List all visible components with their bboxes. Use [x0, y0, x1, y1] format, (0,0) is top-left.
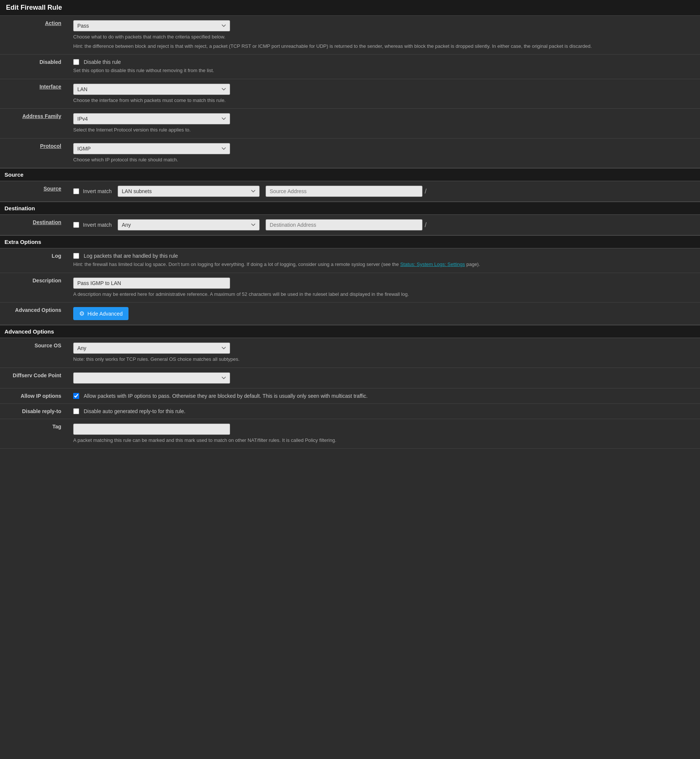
gear-icon: ⚙ [79, 310, 84, 317]
hide-advanced-label: Hide Advanced [88, 311, 122, 317]
destination-invert-text: Invert match [83, 222, 112, 228]
advanced-options-btn-cell: ⚙ Hide Advanced [67, 303, 700, 325]
log-checkbox[interactable] [73, 253, 79, 259]
address-family-row: Address Family IPv4 IPv6 IPv4+IPv6 Selec… [0, 109, 700, 139]
protocol-hint: Choose which IP protocol this rule shoul… [73, 156, 694, 164]
source-port-slash: / [424, 187, 427, 195]
destination-invert-label: Invert match [73, 222, 112, 228]
diffserv-label: Diffserv Code Point [13, 372, 61, 378]
source-invert-label: Invert match [73, 188, 112, 194]
destination-invert-checkbox[interactable] [73, 222, 79, 228]
description-input[interactable] [73, 278, 230, 289]
page-title: Edit Firewall Rule [0, 0, 700, 16]
protocol-value-cell: IGMP TCP UDP TCP/UDP ICMP any Choose whi… [67, 138, 700, 168]
tag-row: Tag A packet matching this rule can be m… [0, 419, 700, 448]
source-os-label: Source OS [34, 342, 61, 348]
log-hint1: Hint: the firewall has limited local log… [73, 261, 399, 267]
destination-dropdown[interactable]: Any LAN subnets WAN subnets Single host … [118, 219, 259, 230]
action-value-cell: Pass Block Reject Choose what to do with… [67, 16, 700, 55]
tag-value-cell: A packet matching this rule can be marke… [67, 419, 700, 448]
destination-address-container: / [266, 219, 427, 230]
form-table: Action Pass Block Reject Choose what to … [0, 16, 700, 168]
action-label[interactable]: Action [45, 20, 61, 26]
source-label[interactable]: Source [44, 186, 61, 192]
tag-hint: A packet matching this rule can be marke… [73, 437, 694, 444]
diffserv-value-cell [67, 367, 700, 388]
source-dropdown[interactable]: LAN subnets WAN subnets any Single host … [118, 186, 259, 197]
diffserv-row: Diffserv Code Point [0, 367, 700, 388]
destination-section-header: Destination [0, 202, 700, 215]
log-hint2: page). [466, 261, 480, 267]
protocol-select[interactable]: IGMP TCP UDP TCP/UDP ICMP any [73, 143, 230, 154]
disabled-checkbox-label: Disable this rule [84, 59, 121, 65]
source-address-input[interactable] [266, 186, 422, 197]
disable-reply-to-checkbox[interactable] [73, 408, 79, 414]
advanced-options-btn-row: Advanced Options ⚙ Hide Advanced [0, 303, 700, 325]
allow-ip-options-value-cell: Allow packets with IP options to pass. O… [67, 388, 700, 403]
disable-reply-to-label: Disable reply-to [22, 408, 61, 414]
source-address-container: / [266, 186, 427, 197]
advanced-options-section-header: Advanced Options [0, 325, 700, 338]
source-section-header: Source [0, 168, 700, 181]
disable-reply-to-row: Disable reply-to Disable auto generated … [0, 403, 700, 419]
disable-reply-to-value-cell: Disable auto generated reply-to for this… [67, 403, 700, 419]
allow-ip-options-row: Allow IP options Allow packets with IP o… [0, 388, 700, 403]
description-hint: A description may be entered here for ad… [73, 290, 694, 298]
source-invert-checkbox[interactable] [73, 188, 79, 194]
interface-hint: Choose the interface from which packets … [73, 97, 694, 104]
source-os-row: Source OS Any Windows Linux macOS FreeBS… [0, 338, 700, 367]
log-row: Log Log packets that are handled by this… [0, 248, 700, 273]
tag-input[interactable] [73, 423, 230, 435]
log-hint-link[interactable]: Status: System Logs: Settings [400, 261, 465, 267]
description-label: Description [33, 278, 61, 284]
address-family-value-cell: IPv4 IPv6 IPv4+IPv6 Select the Internet … [67, 109, 700, 139]
source-row: Source Invert match LAN subnets WAN subn… [0, 181, 700, 202]
allow-ip-options-checkbox-label: Allow packets with IP options to pass. O… [84, 393, 367, 399]
address-family-hint: Select the Internet Protocol version thi… [73, 126, 694, 134]
advanced-options-btn-label: Advanced Options [15, 307, 61, 313]
destination-table: Destination Invert match Any LAN subnets… [0, 215, 700, 235]
interface-select[interactable]: LAN WAN Loopback [73, 84, 230, 95]
destination-address-input[interactable] [266, 219, 422, 230]
destination-port-slash: / [424, 221, 427, 229]
extra-options-section-header: Extra Options [0, 235, 700, 248]
source-value-cell: Invert match LAN subnets WAN subnets any… [67, 181, 700, 202]
protocol-label[interactable]: Protocol [40, 143, 61, 149]
destination-value-cell: Invert match Any LAN subnets WAN subnets… [67, 215, 700, 235]
disabled-checkbox[interactable] [73, 59, 79, 65]
disable-reply-to-checkbox-label: Disable auto generated reply-to for this… [84, 408, 185, 414]
source-os-value-cell: Any Windows Linux macOS FreeBSD Note: th… [67, 338, 700, 367]
log-checkbox-label: Log packets that are handled by this rul… [84, 253, 178, 259]
extra-options-table: Log Log packets that are handled by this… [0, 248, 700, 325]
action-hint2: Hint: the difference between block and r… [73, 42, 694, 50]
source-invert-text: Invert match [83, 188, 112, 194]
address-family-select[interactable]: IPv4 IPv6 IPv4+IPv6 [73, 113, 230, 124]
description-value-cell: A description may be entered here for ad… [67, 273, 700, 303]
destination-label[interactable]: Destination [33, 219, 61, 225]
log-value-cell: Log packets that are handled by this rul… [67, 248, 700, 273]
log-hint: Hint: the firewall has limited local log… [73, 261, 694, 268]
protocol-row: Protocol IGMP TCP UDP TCP/UDP ICMP any C… [0, 138, 700, 168]
source-os-select[interactable]: Any Windows Linux macOS FreeBSD [73, 342, 230, 354]
disabled-row: Disabled Disable this rule Set this opti… [0, 55, 700, 79]
action-select[interactable]: Pass Block Reject [73, 20, 230, 31]
source-os-hint: Note: this only works for TCP rules. Gen… [73, 356, 694, 363]
destination-row: Destination Invert match Any LAN subnets… [0, 215, 700, 235]
address-family-label[interactable]: Address Family [22, 113, 61, 119]
disabled-label: Disabled [40, 59, 61, 65]
log-label: Log [52, 253, 61, 259]
allow-ip-options-label: Allow IP options [20, 393, 61, 399]
disabled-hint: Set this option to disable this rule wit… [73, 67, 694, 74]
action-hint1: Choose what to do with packets that matc… [73, 33, 694, 41]
disabled-value-cell: Disable this rule Set this option to dis… [67, 55, 700, 79]
action-row: Action Pass Block Reject Choose what to … [0, 16, 700, 55]
advanced-options-table: Source OS Any Windows Linux macOS FreeBS… [0, 338, 700, 448]
description-row: Description A description may be entered… [0, 273, 700, 303]
diffserv-select[interactable] [73, 372, 230, 384]
interface-row: Interface LAN WAN Loopback Choose the in… [0, 79, 700, 109]
interface-value-cell: LAN WAN Loopback Choose the interface fr… [67, 79, 700, 109]
interface-label[interactable]: Interface [40, 84, 61, 90]
allow-ip-options-checkbox[interactable] [73, 393, 79, 399]
source-table: Source Invert match LAN subnets WAN subn… [0, 181, 700, 202]
hide-advanced-button[interactable]: ⚙ Hide Advanced [73, 307, 128, 320]
